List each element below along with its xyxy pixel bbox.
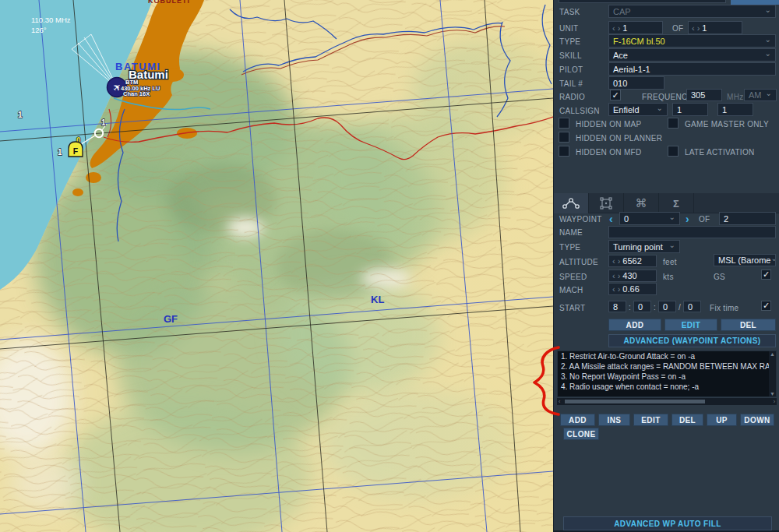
unit-properties-panel: TASK CAP ⌄ UNIT ‹ › 1 OF ‹ › 1 TYPE F-16… [553,0,779,532]
topographic-map[interactable]: 110.30 MHz 126° KOBULETI ✈ BATUMI Batumi… [0,0,553,532]
advanced-waypoint-actions-button[interactable]: ADVANCED (WAYPOINT ACTIONS) [608,334,776,347]
waypoint-add-button[interactable]: ADD [608,319,661,331]
waypoint-total-input[interactable]: 2 [719,212,776,225]
waypoint-actions-list[interactable]: 1. Restrict Air-to-Ground Attack = on -a… [557,351,777,397]
frequency-value: 305 [691,90,705,100]
group-letter-label: F [73,146,79,156]
chevron-down-icon: ⌄ [657,105,663,111]
callsign-value: Enfield [613,105,640,115]
scroll-up-icon[interactable]: ▲ [768,351,777,357]
pilot-label: PILOT [559,65,583,74]
waypoint-type-label: TYPE [559,243,580,252]
scrollbar-thumb[interactable] [565,400,705,403]
action-down-button[interactable]: DOWN [740,414,774,426]
fix-time-checkbox[interactable]: ✓ [761,301,771,311]
waypoint-del-button[interactable]: DEL [721,319,776,331]
gs-checkbox[interactable]: ✓ [761,270,771,280]
increment-icon[interactable]: › [697,23,700,33]
hidden-on-map-checkbox[interactable] [559,118,569,129]
unit-total-stepper[interactable]: ‹ › 1 [688,21,742,34]
altitude-stepper[interactable]: ‹ › 6562 [608,255,657,267]
tab-route[interactable] [554,193,589,213]
scroll-down-icon[interactable]: ▼ [768,391,777,396]
tab-actions[interactable]: ⌘ [624,193,659,213]
waypoint-number-dropdown[interactable]: 0 ⌄ [619,212,680,225]
task-dropdown[interactable]: CAP ⌄ [608,5,776,18]
speed-stepper[interactable]: ‹ › 430 [608,270,657,282]
radio-checkbox[interactable]: ✓ [610,90,621,100]
increment-icon[interactable]: › [618,284,621,294]
increment-icon[interactable]: › [618,256,621,266]
action-del-button[interactable]: DEL [671,414,703,426]
modulation-dropdown[interactable]: AM ⌄ [744,89,777,101]
skill-dropdown[interactable]: Ace ⌄ [608,48,776,62]
action-up-button[interactable]: UP [707,414,737,426]
fighter-group-icon[interactable]: F [69,142,83,157]
next-waypoint-button[interactable]: › [686,213,689,225]
time-slash: / [679,303,681,312]
aircraft-type-dropdown[interactable]: F-16CM bl.50 ⌄ [608,34,776,48]
decrement-icon[interactable]: ‹ [692,23,695,33]
list-item[interactable]: 4. Radio usage when contact = none; -a [558,382,776,392]
tab-summary[interactable]: Σ [659,193,694,213]
check-icon: ✓ [763,301,770,311]
start-seconds-input[interactable]: 0 [658,301,676,312]
check-icon: ✓ [763,270,770,280]
tab-zone[interactable] [589,193,624,213]
start-minutes-input[interactable]: 0 [633,301,651,312]
start-hours-input[interactable]: 8 [608,301,626,312]
horizontal-scrollbar[interactable]: ‹ › [557,398,777,405]
tail-number-input[interactable]: 010 [608,76,664,90]
action-add-button[interactable]: ADD [560,414,595,426]
late-activation-checkbox[interactable] [668,146,679,157]
callsign-flight-input[interactable]: 1 [717,103,753,116]
mach-stepper[interactable]: ‹ › 0.66 [608,283,657,295]
frequency-label: FREQUENCY [642,93,693,101]
callsign-number-input[interactable]: 1 [672,103,708,116]
waypoint-edit-button[interactable]: EDIT [664,319,717,331]
modulation-value: AM [749,90,762,100]
game-master-only-checkbox[interactable] [668,118,679,129]
waypoint-of-label: OF [699,215,710,224]
partial-top-input[interactable] [559,0,726,3]
waypoint-type-dropdown[interactable]: Turning point ⌄ [608,240,680,253]
scroll-left-icon[interactable]: ‹ [557,399,562,404]
list-item[interactable]: 1. Restrict Air-to-Ground Attack = on -a [558,351,776,361]
map-viewport[interactable]: 110.30 MHz 126° KOBULETI ✈ BATUMI Batumi… [0,0,553,532]
list-item[interactable]: 3. No Report Waypoint Pass = on -a [558,372,776,382]
scroll-right-icon[interactable]: › [772,399,777,404]
start-minutes-value: 0 [638,302,643,312]
decrement-icon[interactable]: ‹ [612,271,615,280]
waypoint-name-label: NAME [559,228,583,237]
vertical-scrollbar[interactable]: ▲ ▼ [769,351,776,396]
action-edit-button[interactable]: EDIT [633,414,668,426]
hidden-on-mfd-checkbox[interactable] [559,146,569,157]
callsign-dropdown[interactable]: Enfield ⌄ [608,103,668,116]
chevron-down-icon: ⌄ [765,37,771,43]
advanced-wp-auto-fill-button[interactable]: ADVANCED WP AUTO FILL [563,516,772,530]
altitude-reference-dropdown[interactable]: MSL (Barome ⌄ [714,254,776,266]
action-ins-button[interactable]: INS [598,414,630,426]
decrement-icon[interactable]: ‹ [612,256,615,266]
list-item[interactable]: 2. AA Missile attack ranges = RANDOM BET… [558,361,776,372]
frequency-input[interactable]: 305 [686,89,722,101]
increment-icon[interactable]: › [618,271,621,280]
waypoint-1-label: 1 [101,118,106,127]
radio-label: RADIO [559,93,585,101]
waypoint-name-input[interactable] [608,226,776,238]
increment-icon[interactable]: › [618,23,621,33]
prev-waypoint-button[interactable]: ‹ [609,213,613,225]
decrement-icon[interactable]: ‹ [612,284,615,294]
speed-value: 430 [622,271,636,280]
unit-stepper[interactable]: ‹ › 1 [608,21,663,34]
action-clone-button[interactable]: CLONE [563,428,599,440]
hidden-on-planner-label: HIDDEN ON PLANNER [576,134,662,143]
start-day-input[interactable]: 0 [683,301,701,312]
hidden-on-planner-checkbox[interactable] [559,132,569,143]
callsign-flight-value: 1 [722,105,727,115]
pilot-name-input[interactable]: Aerial-1-1 [608,62,776,76]
gs-label: GS [714,273,725,281]
route-icon [562,198,580,210]
decrement-icon[interactable]: ‹ [612,23,615,33]
tail-number-label: TAIL # [559,79,583,88]
